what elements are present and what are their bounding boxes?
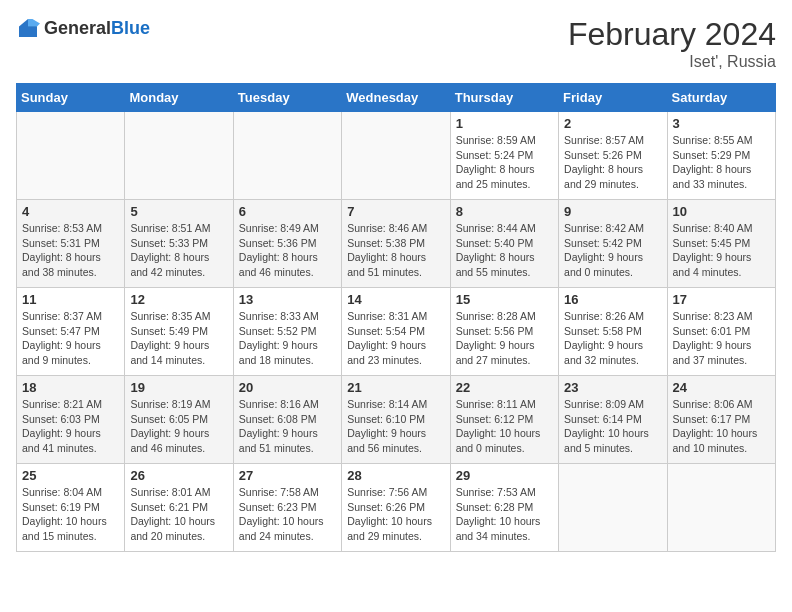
day-info: Sunrise: 8:49 AM Sunset: 5:36 PM Dayligh…: [239, 221, 336, 280]
day-info: Sunrise: 8:37 AM Sunset: 5:47 PM Dayligh…: [22, 309, 119, 368]
day-number: 12: [130, 292, 227, 307]
calendar-cell: 9Sunrise: 8:42 AM Sunset: 5:42 PM Daylig…: [559, 200, 667, 288]
calendar-cell: [559, 464, 667, 552]
calendar-cell: [17, 112, 125, 200]
day-number: 4: [22, 204, 119, 219]
day-info: Sunrise: 8:19 AM Sunset: 6:05 PM Dayligh…: [130, 397, 227, 456]
calendar-cell: [125, 112, 233, 200]
calendar-week-4: 18Sunrise: 8:21 AM Sunset: 6:03 PM Dayli…: [17, 376, 776, 464]
calendar-cell: 16Sunrise: 8:26 AM Sunset: 5:58 PM Dayli…: [559, 288, 667, 376]
day-number: 9: [564, 204, 661, 219]
day-info: Sunrise: 8:28 AM Sunset: 5:56 PM Dayligh…: [456, 309, 553, 368]
calendar-cell: 10Sunrise: 8:40 AM Sunset: 5:45 PM Dayli…: [667, 200, 775, 288]
day-header-friday: Friday: [559, 84, 667, 112]
calendar-cell: 25Sunrise: 8:04 AM Sunset: 6:19 PM Dayli…: [17, 464, 125, 552]
calendar-cell: 7Sunrise: 8:46 AM Sunset: 5:38 PM Daylig…: [342, 200, 450, 288]
calendar-cell: 1Sunrise: 8:59 AM Sunset: 5:24 PM Daylig…: [450, 112, 558, 200]
day-info: Sunrise: 7:58 AM Sunset: 6:23 PM Dayligh…: [239, 485, 336, 544]
day-info: Sunrise: 7:56 AM Sunset: 6:26 PM Dayligh…: [347, 485, 444, 544]
calendar-cell: 26Sunrise: 8:01 AM Sunset: 6:21 PM Dayli…: [125, 464, 233, 552]
calendar-week-2: 4Sunrise: 8:53 AM Sunset: 5:31 PM Daylig…: [17, 200, 776, 288]
logo-icon: [16, 16, 40, 40]
day-info: Sunrise: 8:26 AM Sunset: 5:58 PM Dayligh…: [564, 309, 661, 368]
svg-marker-2: [28, 19, 40, 27]
calendar-cell: [667, 464, 775, 552]
day-info: Sunrise: 8:14 AM Sunset: 6:10 PM Dayligh…: [347, 397, 444, 456]
day-info: Sunrise: 8:40 AM Sunset: 5:45 PM Dayligh…: [673, 221, 770, 280]
logo: GeneralBlue: [16, 16, 150, 40]
page-header: GeneralBlue February 2024 Iset', Russia: [16, 16, 776, 71]
day-number: 6: [239, 204, 336, 219]
day-header-sunday: Sunday: [17, 84, 125, 112]
day-info: Sunrise: 8:11 AM Sunset: 6:12 PM Dayligh…: [456, 397, 553, 456]
calendar-cell: 4Sunrise: 8:53 AM Sunset: 5:31 PM Daylig…: [17, 200, 125, 288]
day-info: Sunrise: 8:59 AM Sunset: 5:24 PM Dayligh…: [456, 133, 553, 192]
day-info: Sunrise: 8:09 AM Sunset: 6:14 PM Dayligh…: [564, 397, 661, 456]
calendar-cell: 5Sunrise: 8:51 AM Sunset: 5:33 PM Daylig…: [125, 200, 233, 288]
day-number: 29: [456, 468, 553, 483]
day-info: Sunrise: 8:21 AM Sunset: 6:03 PM Dayligh…: [22, 397, 119, 456]
calendar-cell: 29Sunrise: 7:53 AM Sunset: 6:28 PM Dayli…: [450, 464, 558, 552]
day-info: Sunrise: 8:51 AM Sunset: 5:33 PM Dayligh…: [130, 221, 227, 280]
calendar-cell: 13Sunrise: 8:33 AM Sunset: 5:52 PM Dayli…: [233, 288, 341, 376]
calendar-cell: 22Sunrise: 8:11 AM Sunset: 6:12 PM Dayli…: [450, 376, 558, 464]
title-block: February 2024 Iset', Russia: [568, 16, 776, 71]
day-number: 7: [347, 204, 444, 219]
day-info: Sunrise: 8:33 AM Sunset: 5:52 PM Dayligh…: [239, 309, 336, 368]
calendar-cell: 20Sunrise: 8:16 AM Sunset: 6:08 PM Dayli…: [233, 376, 341, 464]
calendar-cell: 18Sunrise: 8:21 AM Sunset: 6:03 PM Dayli…: [17, 376, 125, 464]
day-number: 14: [347, 292, 444, 307]
day-number: 20: [239, 380, 336, 395]
day-header-monday: Monday: [125, 84, 233, 112]
day-number: 3: [673, 116, 770, 131]
day-info: Sunrise: 8:31 AM Sunset: 5:54 PM Dayligh…: [347, 309, 444, 368]
day-info: Sunrise: 8:06 AM Sunset: 6:17 PM Dayligh…: [673, 397, 770, 456]
day-info: Sunrise: 8:55 AM Sunset: 5:29 PM Dayligh…: [673, 133, 770, 192]
day-number: 10: [673, 204, 770, 219]
day-header-wednesday: Wednesday: [342, 84, 450, 112]
day-number: 19: [130, 380, 227, 395]
day-number: 18: [22, 380, 119, 395]
calendar-cell: 6Sunrise: 8:49 AM Sunset: 5:36 PM Daylig…: [233, 200, 341, 288]
day-number: 13: [239, 292, 336, 307]
calendar-cell: 28Sunrise: 7:56 AM Sunset: 6:26 PM Dayli…: [342, 464, 450, 552]
day-header-saturday: Saturday: [667, 84, 775, 112]
day-number: 16: [564, 292, 661, 307]
day-info: Sunrise: 8:44 AM Sunset: 5:40 PM Dayligh…: [456, 221, 553, 280]
day-number: 11: [22, 292, 119, 307]
calendar-cell: [233, 112, 341, 200]
day-number: 22: [456, 380, 553, 395]
calendar-cell: 27Sunrise: 7:58 AM Sunset: 6:23 PM Dayli…: [233, 464, 341, 552]
calendar-header-row: SundayMondayTuesdayWednesdayThursdayFrid…: [17, 84, 776, 112]
calendar-cell: 23Sunrise: 8:09 AM Sunset: 6:14 PM Dayli…: [559, 376, 667, 464]
day-info: Sunrise: 8:46 AM Sunset: 5:38 PM Dayligh…: [347, 221, 444, 280]
calendar-table: SundayMondayTuesdayWednesdayThursdayFrid…: [16, 83, 776, 552]
month-title: February 2024: [568, 16, 776, 53]
day-number: 28: [347, 468, 444, 483]
day-number: 25: [22, 468, 119, 483]
day-number: 2: [564, 116, 661, 131]
day-info: Sunrise: 8:04 AM Sunset: 6:19 PM Dayligh…: [22, 485, 119, 544]
day-number: 15: [456, 292, 553, 307]
day-info: Sunrise: 8:35 AM Sunset: 5:49 PM Dayligh…: [130, 309, 227, 368]
logo-text: GeneralBlue: [44, 18, 150, 39]
day-info: Sunrise: 8:53 AM Sunset: 5:31 PM Dayligh…: [22, 221, 119, 280]
calendar-cell: 24Sunrise: 8:06 AM Sunset: 6:17 PM Dayli…: [667, 376, 775, 464]
calendar-cell: 15Sunrise: 8:28 AM Sunset: 5:56 PM Dayli…: [450, 288, 558, 376]
day-number: 5: [130, 204, 227, 219]
calendar-cell: 14Sunrise: 8:31 AM Sunset: 5:54 PM Dayli…: [342, 288, 450, 376]
calendar-cell: 19Sunrise: 8:19 AM Sunset: 6:05 PM Dayli…: [125, 376, 233, 464]
calendar-week-1: 1Sunrise: 8:59 AM Sunset: 5:24 PM Daylig…: [17, 112, 776, 200]
location: Iset', Russia: [568, 53, 776, 71]
calendar-cell: 11Sunrise: 8:37 AM Sunset: 5:47 PM Dayli…: [17, 288, 125, 376]
day-info: Sunrise: 8:01 AM Sunset: 6:21 PM Dayligh…: [130, 485, 227, 544]
day-info: Sunrise: 7:53 AM Sunset: 6:28 PM Dayligh…: [456, 485, 553, 544]
calendar-week-3: 11Sunrise: 8:37 AM Sunset: 5:47 PM Dayli…: [17, 288, 776, 376]
day-info: Sunrise: 8:42 AM Sunset: 5:42 PM Dayligh…: [564, 221, 661, 280]
calendar-cell: 12Sunrise: 8:35 AM Sunset: 5:49 PM Dayli…: [125, 288, 233, 376]
day-info: Sunrise: 8:23 AM Sunset: 6:01 PM Dayligh…: [673, 309, 770, 368]
day-number: 24: [673, 380, 770, 395]
calendar-cell: 2Sunrise: 8:57 AM Sunset: 5:26 PM Daylig…: [559, 112, 667, 200]
day-info: Sunrise: 8:57 AM Sunset: 5:26 PM Dayligh…: [564, 133, 661, 192]
day-header-tuesday: Tuesday: [233, 84, 341, 112]
